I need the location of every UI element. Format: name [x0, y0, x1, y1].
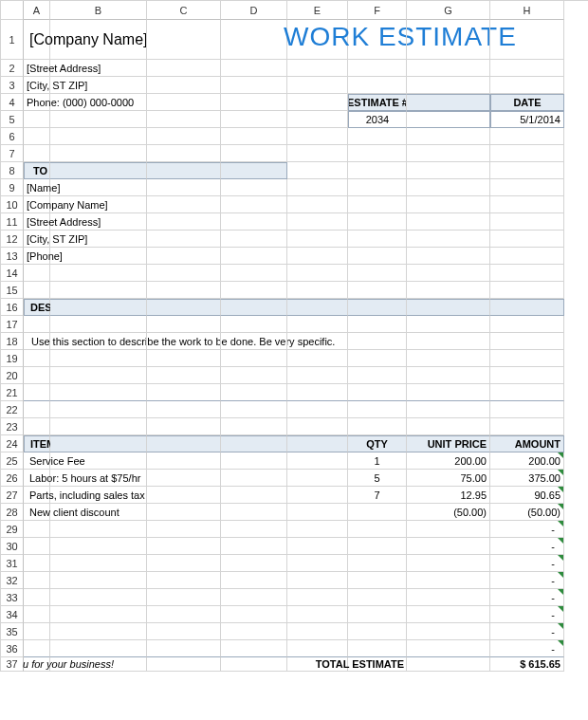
item-amount[interactable]: (50.00) [490, 504, 564, 521]
cell[interactable] [407, 367, 490, 384]
cell[interactable] [348, 20, 407, 60]
cell[interactable] [221, 94, 287, 111]
cell[interactable] [287, 401, 348, 418]
cell[interactable] [407, 145, 490, 162]
cell[interactable] [348, 60, 407, 77]
row-header[interactable]: 3 [1, 77, 24, 94]
cell[interactable] [50, 623, 147, 640]
to-label[interactable]: TO [24, 162, 50, 179]
cell[interactable] [147, 384, 221, 401]
cell[interactable] [287, 145, 348, 162]
row-header[interactable]: 33 [1, 589, 24, 606]
cell[interactable] [287, 555, 348, 572]
cell[interactable] [147, 418, 221, 435]
cell[interactable] [221, 350, 287, 367]
item-unit[interactable]: 12.95 [407, 487, 490, 504]
cell[interactable] [147, 640, 221, 657]
cell[interactable] [407, 333, 490, 350]
row-header[interactable]: 29 [1, 521, 24, 538]
cell[interactable] [287, 572, 348, 589]
cell[interactable]: New client discount [24, 504, 50, 521]
cell[interactable] [147, 504, 221, 521]
row-header[interactable]: 4 [1, 94, 24, 111]
cell[interactable] [490, 418, 564, 435]
estimate-number[interactable]: 2034 [348, 111, 407, 128]
cell[interactable] [221, 196, 287, 213]
cell[interactable] [50, 213, 147, 231]
item-amount[interactable]: 90.65 [490, 487, 564, 504]
cell[interactable] [50, 487, 147, 504]
cell[interactable] [24, 572, 50, 589]
cell[interactable] [490, 384, 564, 401]
cell[interactable] [50, 111, 147, 128]
row-header[interactable]: 2 [1, 60, 24, 77]
cell[interactable] [50, 640, 147, 657]
cell[interactable] [287, 333, 348, 350]
col-header-H[interactable]: H [490, 1, 564, 20]
cell[interactable] [490, 401, 564, 418]
row-header[interactable]: 34 [1, 606, 24, 623]
cell[interactable] [287, 350, 348, 367]
row-header[interactable]: 5 [1, 111, 24, 128]
cell[interactable]: Labor: 5 hours at $75/hr [24, 470, 50, 487]
cell[interactable] [490, 77, 564, 94]
item-qty[interactable]: 7 [348, 487, 407, 504]
cell[interactable] [407, 606, 490, 623]
cell[interactable] [287, 504, 348, 521]
cell[interactable] [348, 128, 407, 145]
cell[interactable] [407, 657, 490, 672]
cell[interactable] [221, 435, 287, 452]
cell[interactable] [221, 128, 287, 145]
cell[interactable] [50, 145, 147, 162]
item-qty[interactable]: 5 [348, 470, 407, 487]
cell[interactable] [287, 111, 348, 128]
cell[interactable] [490, 145, 564, 162]
row-header[interactable]: 13 [1, 248, 24, 265]
row-header[interactable]: 12 [1, 231, 24, 248]
cell[interactable] [490, 60, 564, 77]
cell[interactable] [50, 504, 147, 521]
spreadsheet-grid[interactable]: A B C D E F G H 1 [Company Name] WORK ES… [0, 0, 588, 672]
cell[interactable] [147, 20, 221, 60]
row-header[interactable]: 20 [1, 367, 24, 384]
date-label[interactable]: DATE [490, 94, 564, 111]
cell[interactable] [50, 162, 147, 179]
col-header-D[interactable]: D [221, 1, 287, 20]
item-amount[interactable]: - [490, 640, 564, 657]
cell[interactable] [147, 623, 221, 640]
cell[interactable] [24, 282, 50, 299]
cell[interactable]: [Company Name] [24, 196, 50, 213]
cell[interactable] [147, 77, 221, 94]
cell[interactable] [348, 640, 407, 657]
cell[interactable] [407, 555, 490, 572]
cell[interactable]: TOTAL ESTIMATE [348, 657, 407, 672]
cell[interactable] [221, 60, 287, 77]
row-header[interactable]: 36 [1, 640, 24, 657]
cell[interactable] [490, 179, 564, 196]
cell[interactable] [221, 640, 287, 657]
cell[interactable] [221, 282, 287, 299]
cell[interactable] [50, 538, 147, 555]
cell[interactable] [287, 282, 348, 299]
cell[interactable] [287, 418, 348, 435]
cell[interactable] [50, 128, 147, 145]
cell[interactable] [221, 572, 287, 589]
unit-price-header[interactable]: UNIT PRICE [407, 435, 490, 452]
cell[interactable] [50, 231, 147, 248]
row-header[interactable]: 17 [1, 316, 24, 333]
cell[interactable] [407, 282, 490, 299]
cell[interactable] [348, 265, 407, 282]
cell[interactable] [50, 282, 147, 299]
cell[interactable] [490, 162, 564, 179]
item-amount[interactable]: - [490, 589, 564, 606]
cell[interactable] [287, 179, 348, 196]
cell[interactable] [407, 94, 490, 111]
cell[interactable] [24, 384, 50, 401]
cell[interactable] [407, 213, 490, 231]
row-header[interactable]: 1 [1, 20, 24, 60]
cell[interactable]: Phone: (000) 000-0000 [24, 94, 50, 111]
cell[interactable] [407, 623, 490, 640]
cell[interactable] [24, 367, 50, 384]
cell[interactable] [147, 487, 221, 504]
select-all-corner[interactable] [1, 1, 24, 20]
